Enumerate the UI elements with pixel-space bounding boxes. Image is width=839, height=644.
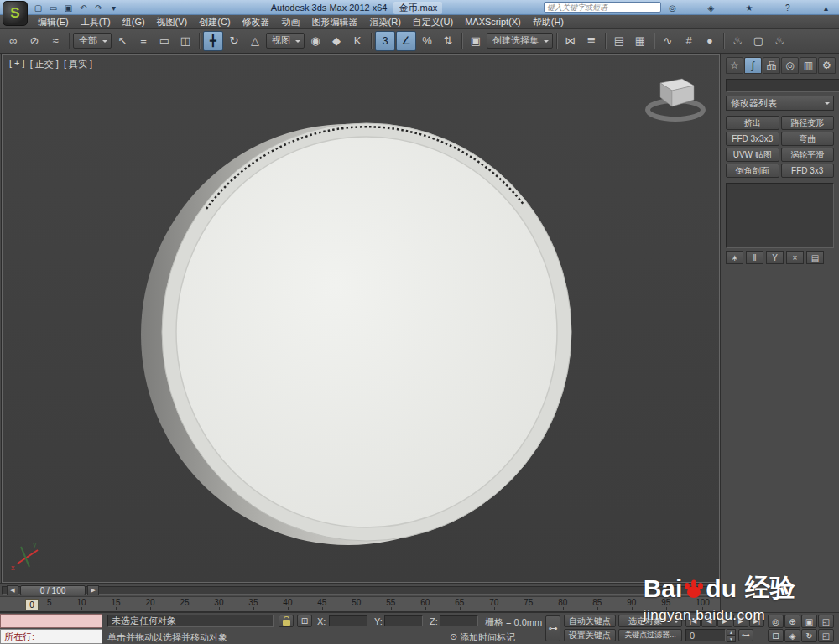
named-selection-sets-dropdown[interactable]: 创建选择集 bbox=[487, 33, 553, 49]
modifier-button[interactable]: FFD 3x3x3 bbox=[726, 132, 779, 146]
viewport-general-menu[interactable]: [ + ] bbox=[9, 58, 25, 70]
menu-item[interactable]: 渲染(R) bbox=[364, 15, 407, 29]
viewcube[interactable] bbox=[642, 71, 709, 123]
next-frame-button[interactable]: ▶ bbox=[733, 615, 748, 627]
viewport-shading-menu[interactable]: [ 真实 ] bbox=[64, 58, 92, 70]
go-to-end-button[interactable]: ▶| bbox=[749, 615, 764, 627]
align-icon[interactable]: ≣ bbox=[581, 31, 602, 51]
coin-object[interactable] bbox=[3, 55, 721, 584]
favorites-icon[interactable]: ★ bbox=[743, 2, 756, 13]
y-coord-field[interactable] bbox=[384, 615, 423, 626]
curve-editor-icon[interactable]: ∿ bbox=[658, 31, 678, 51]
menu-item[interactable]: 组(G) bbox=[117, 15, 151, 29]
zoom-region-icon[interactable]: ⊡ bbox=[768, 629, 784, 642]
tab-modify[interactable]: ∫ bbox=[744, 57, 762, 74]
pin-stack-icon[interactable]: ∗ bbox=[726, 251, 743, 264]
orbit-icon[interactable]: ↻ bbox=[801, 629, 817, 642]
keyboard-shortcut-override-icon[interactable]: K bbox=[347, 31, 367, 51]
track-bar[interactable]: 0 51015202530354045505560657075808590951… bbox=[0, 596, 720, 612]
render-production-icon[interactable]: ♨ bbox=[769, 31, 789, 51]
graphite-ribbon-icon[interactable]: ▦ bbox=[630, 31, 650, 51]
zoom-extents-icon[interactable]: ▣ bbox=[801, 615, 817, 628]
menu-item[interactable]: 自定义(U) bbox=[407, 15, 459, 29]
maximize-viewport-icon[interactable]: ◰ bbox=[818, 629, 834, 642]
modifier-button[interactable]: FFD 3x3 bbox=[781, 164, 835, 178]
modifier-button[interactable]: UVW 贴图 bbox=[726, 148, 779, 162]
help-icon[interactable]: ? bbox=[781, 2, 794, 13]
menu-item[interactable]: 编辑(E) bbox=[32, 15, 75, 29]
modifier-button[interactable]: 涡轮平滑 bbox=[781, 148, 835, 162]
render-setup-icon[interactable]: ♨ bbox=[727, 31, 748, 51]
select-and-move-icon[interactable]: ╋ bbox=[203, 31, 223, 51]
viewport-canvas[interactable]: [ + ] [ 正交 ] [ 真实 ] x bbox=[2, 54, 720, 583]
object-name-field[interactable] bbox=[726, 79, 839, 92]
communication-center-icon[interactable]: ◈ bbox=[705, 2, 717, 13]
tab-display[interactable]: ▥ bbox=[800, 57, 817, 74]
zoom-all-icon[interactable]: ⊕ bbox=[784, 615, 800, 628]
absolute-offset-toggle[interactable]: ⊞ bbox=[297, 615, 312, 627]
pan-icon[interactable]: ◈ bbox=[784, 629, 800, 642]
menu-item[interactable]: 视图(V) bbox=[151, 15, 194, 29]
frame-marker[interactable]: 0 bbox=[25, 599, 39, 610]
infocenter-collapse-icon[interactable]: ▴ bbox=[820, 2, 832, 13]
go-to-start-button[interactable]: |◀ bbox=[685, 615, 701, 627]
macro-recorder-line[interactable] bbox=[0, 614, 102, 628]
select-by-name-icon[interactable]: ≡ bbox=[133, 31, 154, 51]
unlink-selection-icon[interactable]: ⊘ bbox=[24, 31, 44, 51]
current-frame-field[interactable]: 0 bbox=[685, 629, 726, 641]
maxscript-mini-listener[interactable]: 所在行: bbox=[0, 629, 102, 644]
material-editor-icon[interactable]: ● bbox=[700, 31, 720, 51]
modifier-button[interactable]: 挤出 bbox=[726, 116, 779, 130]
modifier-stack[interactable] bbox=[726, 183, 834, 248]
tab-create[interactable]: ☆ bbox=[726, 57, 743, 74]
edit-named-selection-sets-icon[interactable]: ▣ bbox=[466, 31, 486, 51]
remove-modifier-icon[interactable]: × bbox=[786, 251, 804, 264]
spinner-down-icon[interactable]: ▼ bbox=[727, 636, 736, 642]
zoom-extents-all-icon[interactable]: ◱ bbox=[818, 615, 834, 628]
project-dropdown-icon[interactable]: ▾ bbox=[107, 2, 120, 13]
modifier-button[interactable]: 路径变形 bbox=[781, 116, 835, 130]
key-mode-toggle[interactable]: ⊶ bbox=[738, 629, 753, 641]
percent-snap-icon[interactable]: % bbox=[417, 31, 437, 51]
spinner-snap-icon[interactable]: ⇅ bbox=[438, 31, 458, 51]
open-file-icon[interactable]: ▭ bbox=[47, 2, 60, 13]
show-end-result-icon[interactable]: ‖ bbox=[746, 251, 763, 264]
menu-item[interactable]: MAXScript(X) bbox=[459, 15, 527, 29]
infocenter-search-input[interactable] bbox=[544, 2, 661, 13]
select-and-rotate-icon[interactable]: ↻ bbox=[224, 31, 244, 51]
selected-filter-dropdown[interactable]: 选定对象 bbox=[618, 615, 682, 627]
undo-icon[interactable]: ↶ bbox=[77, 2, 90, 13]
zoom-icon[interactable]: ◎ bbox=[768, 615, 784, 628]
x-coord-field[interactable] bbox=[329, 615, 367, 626]
modifier-button[interactable]: 弯曲 bbox=[781, 132, 835, 146]
add-time-tag-button[interactable]: 添加时间标记 bbox=[460, 631, 515, 644]
set-keys-button[interactable]: ⊶ bbox=[545, 615, 560, 641]
menu-item[interactable]: 图形编辑器 bbox=[306, 15, 364, 29]
viewport-pov-menu[interactable]: [ 正交 ] bbox=[30, 58, 59, 70]
tab-motion[interactable]: ◎ bbox=[781, 57, 799, 74]
use-pivot-center-icon[interactable]: ◉ bbox=[305, 31, 326, 51]
select-and-scale-icon[interactable]: △ bbox=[245, 31, 265, 51]
window-crossing-icon[interactable]: ◫ bbox=[175, 31, 195, 51]
auto-key-button[interactable]: 自动关键点 bbox=[564, 615, 616, 627]
redo-icon[interactable]: ↷ bbox=[92, 2, 105, 13]
select-and-manipulate-icon[interactable]: ◆ bbox=[326, 31, 347, 51]
time-slider-handle[interactable]: 0 / 100 bbox=[20, 585, 86, 595]
schematic-view-icon[interactable]: # bbox=[679, 31, 699, 51]
previous-frame-button[interactable]: ◀ bbox=[701, 615, 717, 627]
select-object-icon[interactable]: ↖ bbox=[112, 31, 133, 51]
key-filters-button[interactable]: 关键点过滤器... bbox=[618, 629, 682, 641]
new-scene-icon[interactable]: ▢ bbox=[32, 2, 44, 13]
time-slider-next-button[interactable]: ▶ bbox=[87, 585, 99, 595]
selection-lock-button[interactable] bbox=[279, 615, 294, 627]
mirror-icon[interactable]: ⋈ bbox=[560, 31, 581, 51]
save-file-icon[interactable]: ▣ bbox=[62, 2, 75, 13]
menu-item[interactable]: 修改器 bbox=[237, 15, 276, 29]
reference-coordinate-dropdown[interactable]: 视图 bbox=[266, 33, 305, 49]
menu-item[interactable]: 帮助(H) bbox=[527, 15, 570, 29]
menu-item[interactable]: 动画 bbox=[276, 15, 306, 29]
tab-utilities[interactable]: ⚙ bbox=[818, 57, 836, 74]
make-unique-icon[interactable]: Y bbox=[766, 251, 784, 264]
snap-toggle-3d-icon[interactable]: 3 bbox=[375, 31, 395, 51]
play-button[interactable]: ▶ bbox=[717, 615, 732, 627]
